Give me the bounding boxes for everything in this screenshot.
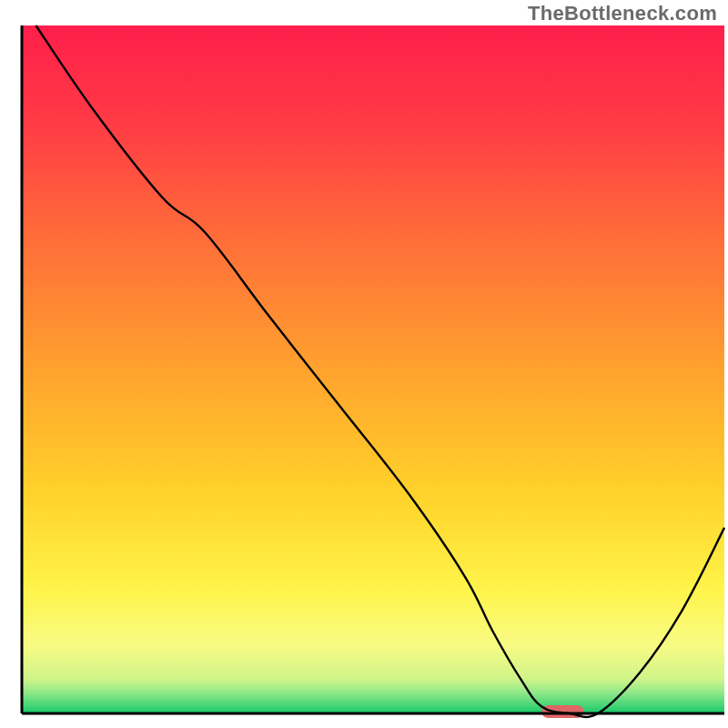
bottleneck-chart xyxy=(0,0,728,728)
svg-rect-1 xyxy=(22,25,724,713)
chart-frame: TheBottleneck.com xyxy=(0,0,728,728)
